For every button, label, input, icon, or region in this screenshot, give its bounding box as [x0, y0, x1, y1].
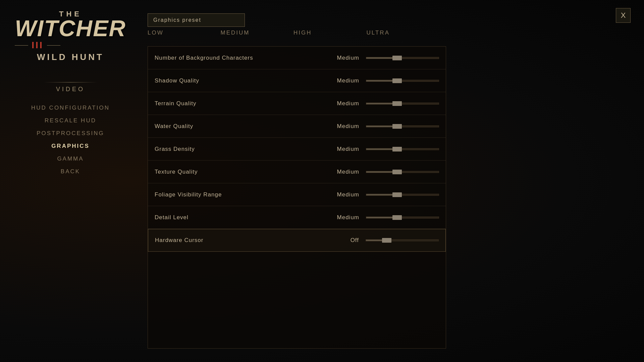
- nav-item-gamma[interactable]: GAMMA: [57, 154, 84, 164]
- setting-value-bg-characters: Medium: [326, 55, 359, 61]
- preset-level-medium[interactable]: MEDIUM: [221, 29, 294, 36]
- setting-slider-thumb-terrain-quality: [392, 101, 402, 106]
- section-label: VIDEO: [56, 86, 85, 93]
- sidebar: THE WITCHER III WILD HUNT VIDEO HUD CONF…: [0, 0, 141, 362]
- setting-name-grass-density: Grass Density: [155, 146, 326, 153]
- nav-menu: HUD CONFIGURATIONRESCALE HUDPOSTPROCESSI…: [0, 103, 141, 177]
- setting-row-water-quality[interactable]: Water QualityMedium: [148, 115, 446, 138]
- setting-name-detail-level: Detail Level: [155, 214, 326, 221]
- setting-slider-thumb-bg-characters: [392, 56, 402, 60]
- setting-name-hardware-cursor: Hardware Cursor: [155, 237, 325, 244]
- setting-slider-grass-density[interactable]: [366, 148, 439, 150]
- setting-slider-thumb-grass-density: [392, 147, 402, 152]
- setting-slider-terrain-quality[interactable]: [366, 103, 439, 105]
- setting-value-shadow-quality: Medium: [326, 77, 359, 84]
- setting-slider-texture-quality[interactable]: [366, 171, 439, 173]
- setting-slider-thumb-water-quality: [392, 124, 402, 129]
- setting-row-detail-level[interactable]: Detail LevelMedium: [148, 206, 446, 229]
- settings-list: Number of Background CharactersMediumSha…: [148, 46, 446, 349]
- setting-value-water-quality: Medium: [326, 123, 359, 130]
- setting-name-texture-quality: Texture Quality: [155, 169, 326, 175]
- setting-row-bg-characters[interactable]: Number of Background CharactersMedium: [148, 47, 446, 69]
- setting-slider-detail-level[interactable]: [366, 217, 439, 219]
- nav-item-postprocessing[interactable]: POSTPROCESSING: [37, 128, 104, 138]
- setting-name-terrain-quality: Terrain Quality: [155, 100, 326, 107]
- setting-name-shadow-quality: Shadow Quality: [155, 77, 326, 84]
- graphics-preset-input[interactable]: [148, 13, 245, 27]
- nav-item-hud-configuration[interactable]: HUD CONFIGURATION: [31, 103, 110, 113]
- logo-area: THE WITCHER III WILD HUNT: [15, 10, 126, 62]
- logo-separator: [44, 82, 97, 82]
- setting-value-grass-density: Medium: [326, 146, 359, 153]
- setting-row-grass-density[interactable]: Grass DensityMedium: [148, 138, 446, 161]
- setting-value-hardware-cursor: Off: [325, 237, 359, 244]
- setting-row-texture-quality[interactable]: Texture QualityMedium: [148, 161, 446, 183]
- nav-item-rescale-hud[interactable]: RESCALE HUD: [45, 116, 96, 126]
- setting-slider-foliage-visibility[interactable]: [366, 194, 439, 196]
- setting-slider-thumb-foliage-visibility: [392, 192, 402, 197]
- setting-row-foliage-visibility[interactable]: Foliage Visibility RangeMedium: [148, 183, 446, 206]
- setting-slider-bg-characters[interactable]: [366, 57, 439, 59]
- preset-level-low[interactable]: LOW: [148, 29, 221, 36]
- logo-witcher: WITCHER: [15, 18, 126, 39]
- logo-line-left: [15, 45, 28, 46]
- main-content: LOWMEDIUMHIGHULTRA Number of Background …: [141, 0, 644, 362]
- setting-value-texture-quality: Medium: [326, 169, 359, 175]
- logo-iii: III: [15, 40, 126, 51]
- setting-slider-shadow-quality[interactable]: [366, 80, 439, 82]
- preset-level-ultra[interactable]: ULTRA: [367, 29, 440, 36]
- setting-value-foliage-visibility: Medium: [326, 191, 359, 198]
- setting-slider-hardware-cursor[interactable]: [366, 239, 439, 241]
- preset-levels: LOWMEDIUMHIGHULTRA: [148, 29, 439, 40]
- logo-text: THE WITCHER III WILD HUNT: [15, 10, 126, 62]
- preset-level-high[interactable]: HIGH: [293, 29, 367, 36]
- logo-line-right: [47, 45, 60, 46]
- nav-item-back[interactable]: BACK: [61, 167, 80, 177]
- setting-name-bg-characters: Number of Background Characters: [155, 55, 326, 61]
- logo-num: III: [32, 40, 43, 51]
- setting-slider-thumb-texture-quality: [392, 170, 402, 174]
- page-wrapper: THE WITCHER III WILD HUNT VIDEO HUD CONF…: [0, 0, 644, 362]
- setting-slider-thumb-detail-level: [392, 215, 402, 220]
- setting-value-terrain-quality: Medium: [326, 100, 359, 107]
- setting-slider-water-quality[interactable]: [366, 125, 439, 127]
- setting-name-water-quality: Water Quality: [155, 123, 326, 130]
- setting-slider-thumb-shadow-quality: [392, 78, 402, 83]
- close-button[interactable]: X: [616, 8, 631, 23]
- setting-row-shadow-quality[interactable]: Shadow QualityMedium: [148, 69, 446, 92]
- preset-bar: LOWMEDIUMHIGHULTRA: [148, 13, 631, 40]
- logo-wild-hunt: WILD HUNT: [15, 52, 126, 62]
- nav-item-graphics[interactable]: GRAPHICS: [51, 141, 90, 151]
- setting-slider-thumb-hardware-cursor: [382, 238, 391, 243]
- setting-value-detail-level: Medium: [326, 214, 359, 221]
- setting-name-foliage-visibility: Foliage Visibility Range: [155, 191, 326, 198]
- setting-row-terrain-quality[interactable]: Terrain QualityMedium: [148, 92, 446, 115]
- setting-row-hardware-cursor[interactable]: Hardware CursorOff: [148, 229, 446, 252]
